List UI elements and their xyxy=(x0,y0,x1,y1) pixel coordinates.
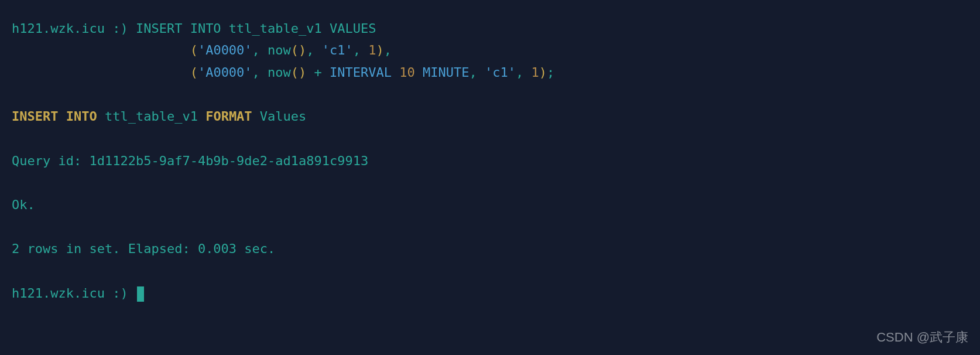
insert-keyword: INSERT INTO xyxy=(136,21,221,36)
table-name: ttl_table_v1 xyxy=(221,21,330,36)
query-id-line: Query id: 1d1122b5-9af7-4b9b-9de2-ad1a89… xyxy=(12,150,968,172)
minute-keyword: MINUTE xyxy=(423,65,469,80)
blank-line xyxy=(12,172,968,194)
prompt-line-3: ('A0000', now() + INTERVAL 10 MINUTE, 'c… xyxy=(12,62,968,83)
prompt-host: h121.wzk.icu :) xyxy=(12,286,136,301)
blank-line xyxy=(12,128,968,150)
interval-keyword: INTERVAL xyxy=(330,65,392,80)
close-paren: ) xyxy=(539,65,547,80)
open-paren: ( xyxy=(190,65,198,80)
echo-line: INSERT INTO ttl_table_v1 FORMAT Values xyxy=(12,105,968,127)
string-literal: 'A0000' xyxy=(198,43,252,57)
number-literal: 10 xyxy=(399,65,415,80)
number-literal: 1 xyxy=(532,65,539,80)
blank-line xyxy=(12,260,968,282)
plus-operator: + xyxy=(314,65,322,80)
format-name: Values xyxy=(252,109,307,124)
string-literal: 'A0000' xyxy=(198,65,252,80)
open-paren: ( xyxy=(190,43,198,57)
blank-line xyxy=(12,83,968,105)
ok-line: Ok. xyxy=(12,194,968,216)
blank-line xyxy=(12,216,968,238)
prompt-host: h121.wzk.icu :) xyxy=(12,21,136,36)
insert-keyword: INSERT INTO xyxy=(12,109,97,124)
format-keyword: FORMAT xyxy=(205,109,252,124)
prompt-line-2: ('A0000', now(), 'c1', 1), xyxy=(12,39,968,61)
watermark: CSDN @武子康 xyxy=(876,326,968,348)
prompt-line-1: h121.wzk.icu :) INSERT INTO ttl_table_v1… xyxy=(12,18,968,39)
now-function: now xyxy=(268,65,291,80)
number-literal: 1 xyxy=(368,43,376,57)
close-paren: ) xyxy=(376,43,384,57)
now-function: now xyxy=(268,43,291,57)
cursor-icon xyxy=(137,286,144,302)
values-keyword: VALUES xyxy=(330,21,376,36)
prompt-2[interactable]: h121.wzk.icu :) xyxy=(12,282,968,304)
rows-line: 2 rows in set. Elapsed: 0.003 sec. xyxy=(12,238,968,260)
string-literal: 'c1' xyxy=(485,65,516,80)
string-literal: 'c1' xyxy=(322,43,353,57)
table-name: ttl_table_v1 xyxy=(97,109,205,124)
